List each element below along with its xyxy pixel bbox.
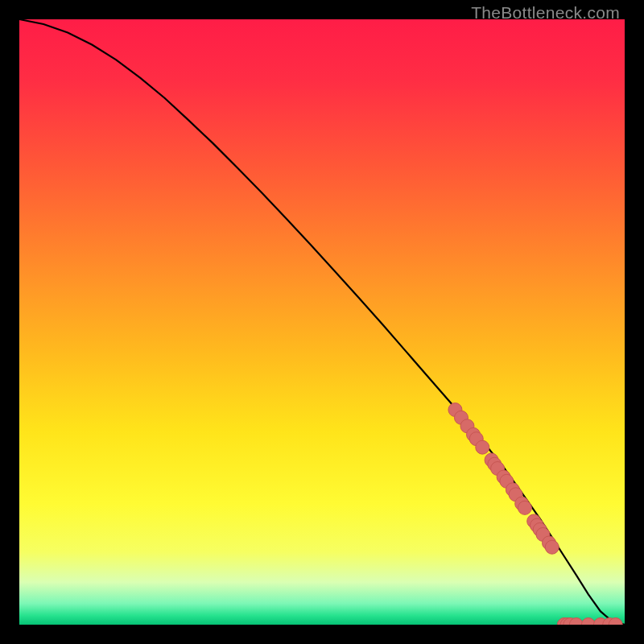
- watermark-text: TheBottleneck.com: [471, 3, 620, 23]
- gradient-rect: [19, 19, 625, 625]
- chart-frame: [19, 19, 625, 625]
- chart-svg: [19, 19, 625, 625]
- data-point: [545, 540, 559, 554]
- data-point: [476, 440, 489, 454]
- data-point: [518, 501, 531, 514]
